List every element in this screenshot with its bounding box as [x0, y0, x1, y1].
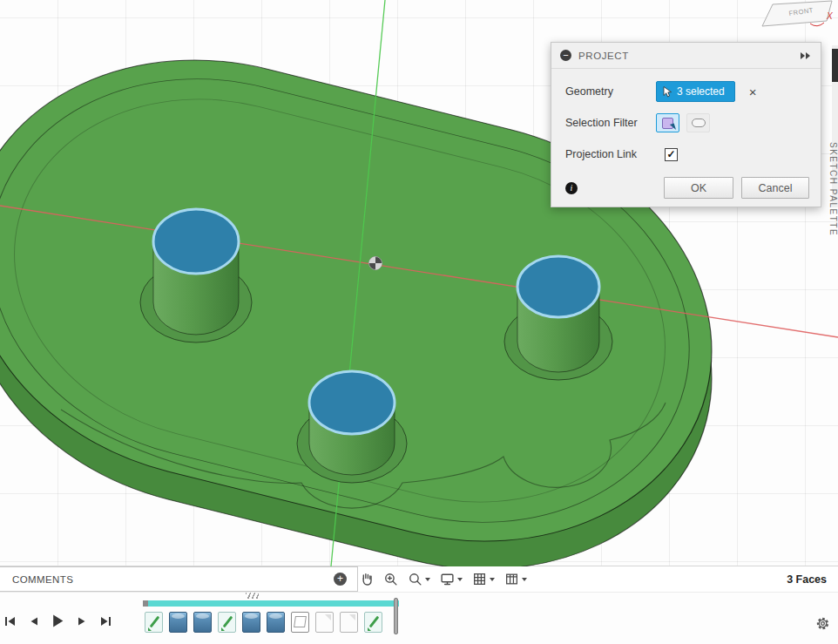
go-to-end-button[interactable] — [99, 615, 112, 627]
play-button[interactable] — [51, 613, 65, 628]
selection-filter-label: Selection Filter — [565, 117, 656, 129]
x-axis-arc-icon — [810, 23, 824, 26]
viewports-button[interactable] — [504, 572, 527, 586]
ok-button[interactable]: OK — [664, 177, 733, 199]
timeline-item-extrude[interactable] — [193, 612, 212, 633]
sketch-palette-tab[interactable]: SKETCH PALETTE — [828, 142, 838, 236]
x-axis-label: X — [826, 11, 833, 21]
dock-arrows-icon[interactable] — [800, 51, 812, 60]
project-dialog: − PROJECT Geometry 3 selected × Selectio… — [551, 42, 821, 207]
comments-label: COMMENTS — [12, 574, 73, 585]
zoom-icon — [408, 572, 422, 586]
dialog-body: Geometry 3 selected × Selection Filter — [551, 69, 821, 170]
gear-icon — [814, 615, 831, 632]
fusion-window: FRONT X SKETCH PALETTE − PROJECT Geometr… — [0, 0, 838, 644]
filter-bodies-button[interactable] — [656, 113, 679, 132]
selected-face-bottom[interactable] — [309, 371, 395, 434]
filter-profile-button[interactable] — [686, 113, 710, 132]
selection-filter-row: Selection Filter — [565, 107, 810, 139]
timeline-items — [145, 612, 382, 633]
step-back-button[interactable] — [28, 615, 39, 627]
projection-link-checkbox[interactable]: ✓ — [665, 148, 678, 161]
timeline-item-sketch[interactable] — [364, 612, 382, 633]
timeline-item-extrude[interactable] — [242, 612, 260, 633]
geometry-label: Geometry — [565, 85, 656, 98]
projection-link-label: Projection Link — [565, 148, 656, 160]
timeline-item-plane[interactable] — [315, 612, 334, 633]
timeline-playback-controls — [3, 613, 112, 628]
add-comment-icon[interactable]: + — [334, 573, 347, 586]
timeline-item-box[interactable] — [291, 612, 309, 633]
dialog-title: PROJECT — [578, 51, 629, 61]
timeline-item-extrude[interactable] — [267, 612, 285, 633]
clear-selection-icon[interactable]: × — [749, 85, 757, 98]
collapse-icon[interactable]: − — [560, 50, 571, 61]
viewports-dropdown-caret[interactable] — [522, 578, 527, 581]
step-forward-button[interactable] — [77, 615, 88, 627]
origin-indicator[interactable] — [369, 257, 382, 270]
timeline-marker-track[interactable] — [143, 600, 399, 607]
comments-panel[interactable]: COMMENTS + — [0, 566, 358, 592]
viewcube[interactable]: FRONT X — [758, 0, 838, 33]
display-settings-button[interactable] — [440, 572, 463, 586]
zoom-button[interactable] — [408, 572, 430, 586]
timeline-settings-button[interactable] — [814, 615, 831, 635]
viewports-layout-icon — [504, 572, 519, 586]
scrollbar-thumb[interactable] — [832, 49, 838, 82]
geometry-selected-count: 3 selected — [677, 85, 725, 98]
timeline-item-extrude[interactable] — [169, 612, 187, 633]
timeline-bar — [0, 592, 838, 644]
cancel-button[interactable]: Cancel — [741, 177, 809, 199]
dialog-footer: i OK Cancel — [551, 170, 821, 199]
pan-hand-icon — [359, 572, 374, 586]
cylinder-boss-left[interactable] — [140, 209, 252, 342]
timeline-item-sketch[interactable] — [145, 612, 163, 633]
selection-status: 3 Faces — [787, 566, 827, 592]
dialog-header[interactable]: − PROJECT — [551, 43, 821, 69]
profile-filter-icon — [692, 119, 706, 127]
go-to-start-button[interactable] — [3, 615, 17, 627]
pan-button[interactable] — [359, 572, 374, 586]
cursor-icon — [663, 86, 672, 98]
cylinder-boss-bottom[interactable] — [297, 371, 407, 483]
grid-icon — [472, 572, 487, 586]
body-filter-icon — [662, 118, 673, 129]
navigation-toolbar — [359, 566, 527, 592]
projection-link-row: Projection Link ✓ — [565, 139, 810, 170]
grid-snaps-button[interactable] — [472, 572, 495, 586]
geometry-selected-button[interactable]: 3 selected — [656, 81, 735, 102]
timeline-position-handle[interactable] — [394, 598, 398, 634]
selected-face-right[interactable] — [517, 256, 599, 317]
cylinder-boss-right[interactable] — [504, 256, 612, 380]
display-monitor-icon — [440, 572, 455, 586]
selected-face-left[interactable] — [153, 209, 239, 274]
zoom-fit-icon — [383, 572, 398, 586]
timeline-item-sketch[interactable] — [218, 612, 236, 633]
grid-dropdown-caret[interactable] — [490, 578, 495, 581]
display-dropdown-caret[interactable] — [457, 578, 463, 581]
geometry-row: Geometry 3 selected × — [565, 76, 810, 107]
timeline-item-plane[interactable] — [340, 612, 358, 633]
timeline-grip-icon[interactable] — [246, 593, 259, 599]
zoom-fit-button[interactable] — [383, 572, 398, 586]
info-icon[interactable]: i — [565, 182, 578, 194]
zoom-dropdown-caret[interactable] — [425, 578, 430, 581]
